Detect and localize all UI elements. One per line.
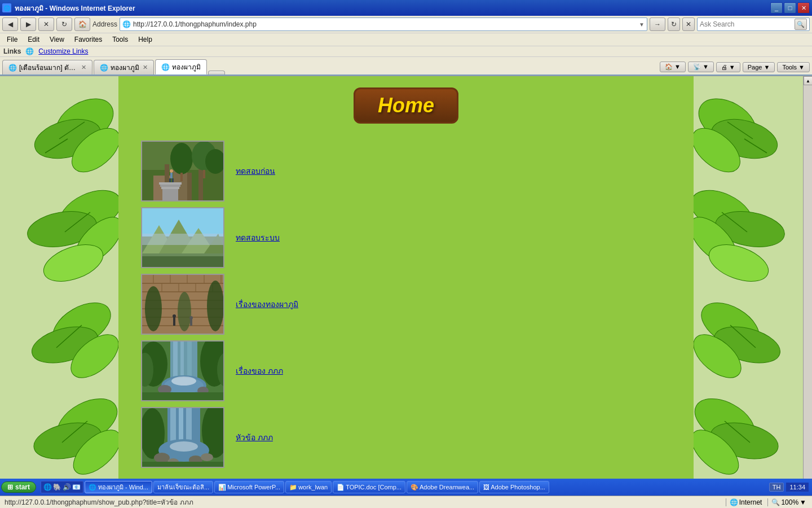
svg-point-65 bbox=[178, 292, 191, 331]
menu-bar: File Edit View Favorites Tools Help bbox=[0, 33, 812, 46]
browser-icon: 🌐 bbox=[2, 3, 11, 12]
svg-point-34 bbox=[170, 169, 173, 173]
tab-3[interactable]: 🌐 ทองผาภูมิ bbox=[155, 59, 207, 75]
refresh-btn2[interactable]: ↻ bbox=[668, 17, 680, 31]
feeds-toolbar-btn[interactable]: 📡 ▼ bbox=[688, 62, 714, 72]
menu-entry-4: เรื่องของ ภภภ bbox=[141, 340, 677, 401]
taskbar-item-6[interactable]: 🎨 Adobe Dreamwea... bbox=[407, 481, 478, 493]
taskbar-item-3-label: Microsoft PowerP... bbox=[227, 484, 280, 491]
forward-button[interactable]: ▶ bbox=[20, 17, 36, 31]
window-title: ทองผาภูมิ - Windows Internet Explorer bbox=[15, 3, 135, 14]
tab-bar-right: 🏠 ▼ 📡 ▼ 🖨 ▼ Page ▼ Tools ▼ bbox=[660, 62, 810, 75]
svg-rect-23 bbox=[187, 173, 192, 202]
menu-file[interactable]: File bbox=[2, 34, 22, 45]
taskbar-right: TH 11:34 bbox=[769, 483, 811, 492]
taskbar-item-7[interactable]: 🖼 Adobe Photoshop... bbox=[479, 481, 549, 493]
print-toolbar-btn[interactable]: 🖨 ▼ bbox=[716, 62, 740, 72]
home-button[interactable]: 🏠 bbox=[74, 17, 90, 31]
svg-rect-66 bbox=[173, 317, 175, 326]
title-bar-controls[interactable]: _ □ ✕ bbox=[770, 2, 810, 14]
dropdown-icon[interactable]: ▼ bbox=[639, 21, 645, 28]
taskbar-item-5-icon: 📄 bbox=[337, 484, 345, 491]
menu-edit[interactable]: Edit bbox=[23, 34, 44, 45]
home-title-wrapper: Home bbox=[135, 87, 677, 124]
taskbar-item-5[interactable]: 📄 TOPIC.doc [Comp... bbox=[333, 481, 405, 493]
menu-help[interactable]: Help bbox=[134, 34, 157, 45]
stop-btn2[interactable]: ✕ bbox=[682, 17, 695, 31]
tab-3-label: ทองผาภูมิ bbox=[172, 62, 201, 72]
refresh-button[interactable]: ↻ bbox=[56, 17, 72, 31]
svg-rect-35 bbox=[170, 173, 173, 178]
title-bar-left: 🌐 ทองผาภูมิ - Windows Internet Explorer bbox=[2, 3, 135, 14]
tab-1-close[interactable]: ✕ bbox=[81, 64, 86, 71]
tab-bar-left: 🌐 [เตือนร้อนมาก] ตัว ค เป็นสีเห... ✕ 🌐 ท… bbox=[2, 59, 225, 75]
tab-2-close[interactable]: ✕ bbox=[143, 64, 148, 71]
svg-rect-79 bbox=[187, 341, 192, 381]
svg-rect-45 bbox=[142, 256, 224, 268]
start-icon: ⊞ bbox=[7, 483, 13, 491]
search-box[interactable]: 🔍 bbox=[697, 17, 810, 31]
link-5[interactable]: หัวข้อ ภภภ bbox=[236, 431, 273, 444]
taskbar-item-3[interactable]: 📊 Microsoft PowerP... bbox=[214, 481, 284, 493]
zoom-control[interactable]: 🔍 100% ▼ bbox=[767, 498, 810, 506]
menu-entry-3: เรื่องของทองผาภูมิ bbox=[141, 274, 677, 335]
tools-toolbar-btn[interactable]: Tools ▼ bbox=[777, 62, 810, 72]
tab-1[interactable]: 🌐 [เตือนร้อนมาก] ตัว ค เป็นสีเห... ✕ bbox=[2, 60, 92, 75]
taskbar-item-2[interactable]: มาล้นเจ็ขณะต้อสิ... bbox=[153, 481, 213, 493]
svg-rect-24 bbox=[198, 167, 203, 202]
scrollbar[interactable]: ▲ ▼ bbox=[803, 76, 812, 495]
scroll-track[interactable] bbox=[804, 85, 812, 486]
close-button[interactable]: ✕ bbox=[797, 2, 810, 14]
tab-2-icon: 🌐 bbox=[100, 64, 108, 72]
start-label: start bbox=[15, 483, 30, 491]
maximize-button[interactable]: □ bbox=[784, 2, 796, 14]
link-1[interactable]: ทดสอบก่อน bbox=[236, 165, 275, 177]
minimize-button[interactable]: _ bbox=[770, 2, 783, 14]
search-input[interactable] bbox=[700, 20, 793, 28]
taskbar-item-6-icon: 🎨 bbox=[411, 484, 418, 491]
menu-view[interactable]: View bbox=[45, 34, 69, 45]
status-text: http://127.0.0.1/thongphaphum/show_pub.p… bbox=[0, 497, 726, 507]
menu-img-1 bbox=[141, 141, 224, 202]
svg-rect-68 bbox=[190, 319, 192, 326]
main-content: Home bbox=[118, 76, 694, 495]
menu-favorites[interactable]: Favorites bbox=[70, 34, 107, 45]
page-toolbar-btn[interactable]: Page ▼ bbox=[743, 62, 775, 72]
tab-1-label: [เตือนร้อนมาก] ตัว ค เป็นสีเห... bbox=[19, 62, 78, 73]
home-toolbar-btn[interactable]: 🏠 ▼ bbox=[660, 62, 686, 72]
address-box[interactable]: 🌐 ▼ bbox=[120, 17, 647, 31]
start-button[interactable]: ⊞ start bbox=[1, 481, 36, 493]
browser-icon-small: 🌐 bbox=[122, 20, 131, 28]
taskbar-item-4-icon: 📁 bbox=[289, 484, 297, 491]
tab-new[interactable] bbox=[208, 71, 225, 75]
page-wrapper[interactable]: Home bbox=[0, 76, 812, 495]
stop-button[interactable]: ✕ bbox=[38, 17, 54, 31]
taskbar-item-7-icon: 🖼 bbox=[483, 484, 489, 491]
tab-1-icon: 🌐 bbox=[8, 64, 17, 72]
svg-rect-28 bbox=[162, 189, 178, 202]
search-button[interactable]: 🔍 bbox=[795, 19, 807, 30]
svg-point-98 bbox=[201, 453, 213, 461]
svg-point-95 bbox=[154, 453, 170, 463]
customize-links[interactable]: Customize Links bbox=[38, 47, 88, 55]
menu-img-4 bbox=[141, 340, 224, 401]
zoom-dropdown-icon[interactable]: ▼ bbox=[800, 498, 806, 506]
tab-2[interactable]: 🌐 ทองผาภูมิ ✕ bbox=[94, 60, 154, 75]
links-bar: Links 🌐 Customize Links bbox=[0, 46, 812, 57]
back-button[interactable]: ◀ bbox=[2, 17, 18, 31]
address-input[interactable] bbox=[133, 20, 637, 28]
link-2[interactable]: ทดสอบระบบ bbox=[236, 231, 280, 244]
link-4[interactable]: เรื่องของ ภภภ bbox=[236, 365, 283, 377]
taskbar-item-1[interactable]: 🌐 ทองผาภูมิ - Wind... bbox=[85, 481, 152, 493]
svg-rect-33 bbox=[203, 170, 205, 178]
link-3[interactable]: เรื่องของทองผาภูมิ bbox=[236, 298, 298, 310]
page-content: Home bbox=[0, 76, 812, 495]
menu-entry-2: ทดสอบระบบ bbox=[141, 207, 677, 268]
zoom-icon: 🔍 bbox=[771, 498, 780, 506]
scroll-up-button[interactable]: ▲ bbox=[804, 76, 812, 85]
taskbar-item-4[interactable]: 📁 work_lwan bbox=[285, 481, 332, 493]
menu-tools[interactable]: Tools bbox=[108, 34, 133, 45]
go-button[interactable]: → bbox=[650, 17, 665, 31]
lang-button[interactable]: TH bbox=[769, 483, 784, 492]
zoom-label: 100% bbox=[781, 498, 798, 506]
